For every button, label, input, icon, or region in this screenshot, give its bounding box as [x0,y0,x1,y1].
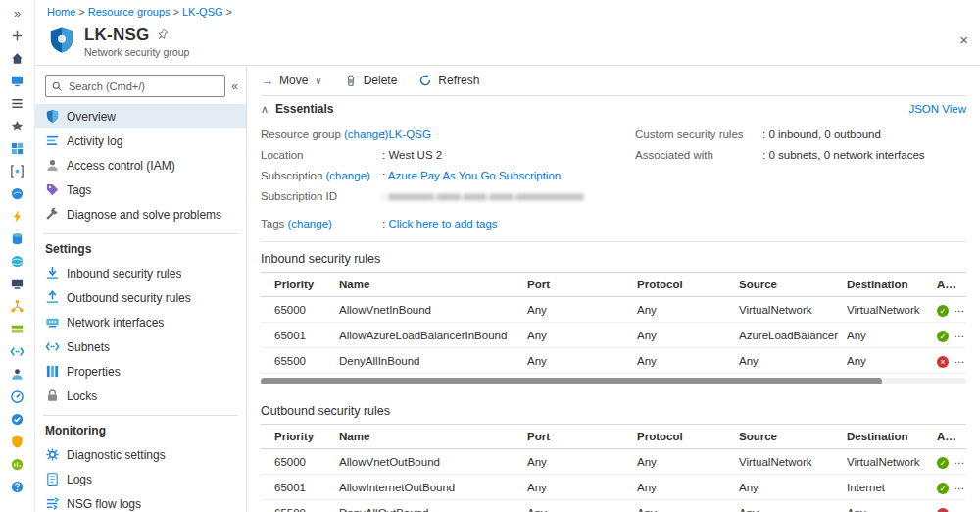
essentials-value[interactable]: Click here to add tags [382,218,498,230]
advisor-icon[interactable] [0,408,35,431]
all-services-icon[interactable] [0,92,35,115]
sidebar-item-logs[interactable]: Logs [35,467,246,491]
rule-row-denyalloutbound[interactable]: 65500DenyAllOutBoundAnyAnyAnyAny×Deny [261,500,966,512]
sidebar-item-diagnostic-settings[interactable]: Diagnostic settings [35,442,246,467]
cost-management-icon[interactable] [0,453,35,476]
move-button[interactable]: → Move ∨ [261,74,322,87]
cell-source: AzureLoadBalancer [739,330,847,341]
column-header-name[interactable]: Name [339,431,527,442]
delete-button[interactable]: Delete [344,74,398,87]
search-input[interactable] [67,79,220,93]
sidebar-item-locks[interactable]: Locks [35,384,246,408]
virtual-machines-icon[interactable] [0,273,35,295]
refresh-icon [418,74,432,87]
sidebar-item-tags[interactable]: Tags [35,178,246,202]
close-icon[interactable]: × [959,31,968,48]
resource-groups-icon[interactable] [0,160,35,182]
column-header-action[interactable]: Action [937,431,966,442]
sidebar-item-outbound-security-rules[interactable]: Outbound security rules [35,285,246,310]
essentials-value[interactable]: LK-QSG [382,128,431,140]
column-header-destination[interactable]: Destination [847,279,937,290]
sidebar-item-subnets[interactable]: Subnets [35,334,246,359]
sidebar-item-label: Diagnostic settings [67,448,166,462]
security-center-icon[interactable] [0,431,35,453]
storage-accounts-icon[interactable] [0,318,35,340]
app-services-icon[interactable] [0,182,35,205]
function-app-icon[interactable] [0,205,35,228]
column-header-port[interactable]: Port [527,279,637,290]
column-header-name[interactable]: Name [339,279,527,290]
sidebar-item-diagnose-and-solve-problems[interactable]: Diagnose and solve problems [35,202,246,227]
sidebar-item-label: Outbound security rules [67,291,191,305]
trash-icon [344,74,358,87]
cell-destination: Any [847,507,937,512]
sql-database-icon[interactable] [0,228,35,250]
outbound-rules-title: Outbound security rules [261,404,966,418]
subnet-icon [45,339,60,354]
essentials-body: Resource group (change)LK-QSGLocationWes… [261,122,966,233]
resource-type-label: Network security group [84,46,189,58]
collapse-essentials-icon[interactable]: ∧ [261,103,269,116]
favorites-star-icon[interactable] [0,115,35,137]
outbound-rules-table: PriorityNamePortProtocolSourceDestinatio… [261,424,966,512]
help-support-icon[interactable] [0,476,35,498]
breadcrumb-link-lk-qsg[interactable]: LK-QSG [182,6,223,18]
change-link[interactable]: (change) [288,218,332,230]
cell-protocol: Any [637,482,739,493]
rule-row-allowvnetoutbound[interactable]: 65000AllowVnetOutBoundAnyAnyVirtualNetwo… [261,449,966,475]
allow-check-icon: ✓ [937,483,949,494]
rule-row-denyallinbound[interactable]: 65500DenyAllInBoundAnyAnyAnyAny×Deny [261,348,966,374]
column-header-action[interactable]: Action [937,279,966,290]
all-resources-icon[interactable] [0,137,35,160]
sidebar-item-nsg-flow-logs[interactable]: NSG flow logs [35,491,246,512]
column-header-destination[interactable]: Destination [847,431,937,442]
sidebar-item-activity-log[interactable]: Activity log [35,128,246,153]
iam-icon [45,158,60,173]
pin-icon[interactable] [157,29,169,43]
home-icon[interactable] [0,47,35,70]
scrollbar-thumb[interactable] [261,378,882,384]
column-header-port[interactable]: Port [527,431,637,442]
column-header-priority[interactable]: Priority [274,431,339,442]
sidebar-item-access-control-iam[interactable]: Access control (IAM) [35,153,246,178]
rule-row-allowinternetoutbound[interactable]: 65001AllowInternetOutBoundAnyAnyAnyInter… [261,475,966,500]
collapse-menu-icon[interactable]: « [231,79,238,93]
cell-source: VirtualNetwork [739,304,847,316]
inbound-rules-table: PriorityNamePortProtocolSourceDestinatio… [261,272,966,374]
virtual-network-icon[interactable] [0,340,35,363]
essentials-header[interactable]: ∧ Essentials JSON View [261,96,966,122]
breadcrumb-link-home[interactable]: Home [47,6,75,18]
sidebar-item-overview[interactable]: Overview [35,104,246,128]
column-header-priority[interactable]: Priority [274,279,339,290]
rule-row-allowazureloadbalancerinbound[interactable]: 65001AllowAzureLoadBalancerInBoundAnyAny… [261,323,966,348]
load-balancer-icon[interactable] [0,295,35,318]
column-header-protocol[interactable]: Protocol [637,431,739,442]
search-row: « [35,75,246,104]
title-row: LK-NSG Network security group [47,21,970,65]
sidebar-item-inbound-security-rules[interactable]: Inbound security rules [35,261,246,285]
search-box[interactable] [45,75,225,97]
cell-protocol: Any [637,507,739,512]
create-resource-icon[interactable] [0,25,35,47]
rule-row-allowvnetinbound[interactable]: 65000AllowVnetInBoundAnyAnyVirtualNetwor… [261,297,966,323]
dashboard-icon[interactable] [0,70,35,92]
column-header-protocol[interactable]: Protocol [637,279,739,290]
overview-content: → Move ∨ Delete Refresh ∧ [247,66,980,512]
cosmos-db-icon[interactable] [0,250,35,273]
azure-ad-icon[interactable] [0,363,35,385]
json-view-link[interactable]: JSON View [908,103,966,115]
allow-check-icon: ✓ [937,457,949,469]
search-icon [51,80,63,92]
essentials-value[interactable]: Azure Pay As You Go Subscription [382,170,561,181]
sidebar-item-properties[interactable]: Properties [35,359,246,384]
essentials-value: xxxxxxxx-xxxx-xxxx-xxxx-xxxxxxxxxxxx [382,190,584,202]
monitor-icon[interactable] [0,385,35,408]
refresh-button[interactable]: Refresh [418,74,479,87]
sidebar-item-network-interfaces[interactable]: Network interfaces [35,310,246,334]
cell-action: ×Deny [937,505,966,512]
breadcrumb-link-resource-groups[interactable]: Resource groups [88,6,171,18]
rail-expand-icon[interactable]: » [0,2,35,25]
change-link[interactable]: (change) [325,170,369,181]
column-header-source[interactable]: Source [739,279,847,290]
column-header-source[interactable]: Source [739,431,847,442]
